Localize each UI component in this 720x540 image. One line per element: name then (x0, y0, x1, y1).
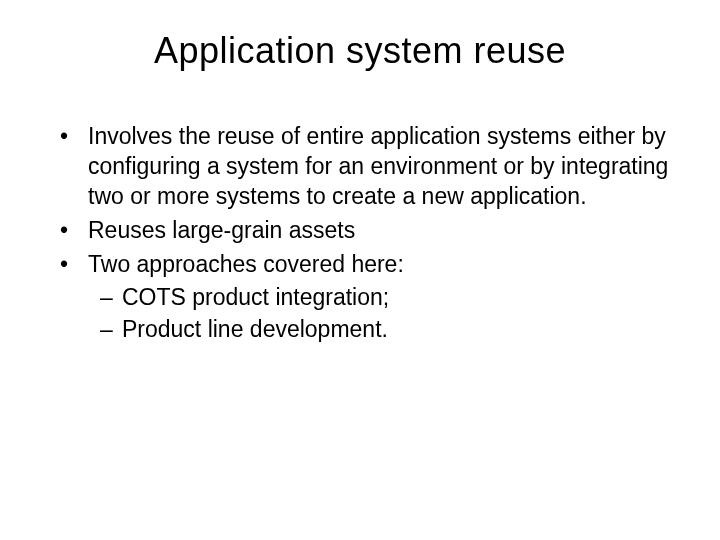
sub-bullet-item: COTS product integration; (100, 283, 680, 313)
bullet-item: Reuses large-grain assets (60, 216, 680, 246)
bullet-list: Involves the reuse of entire application… (40, 122, 680, 345)
sub-bullet-list: COTS product integration; Product line d… (88, 283, 680, 345)
bullet-text: Two approaches covered here: (88, 251, 404, 277)
sub-bullet-item: Product line development. (100, 315, 680, 345)
bullet-item: Involves the reuse of entire application… (60, 122, 680, 212)
slide-title: Application system reuse (40, 30, 680, 72)
bullet-item: Two approaches covered here: COTS produc… (60, 250, 680, 346)
